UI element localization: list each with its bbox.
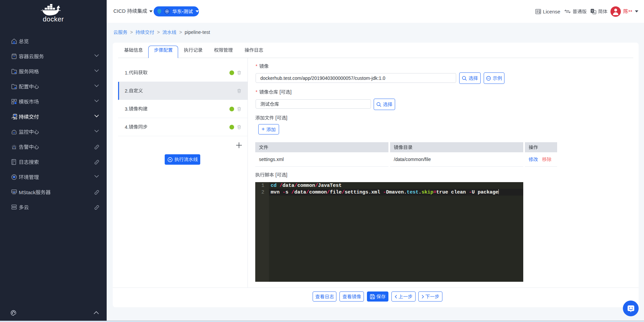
svg-text:En: En	[594, 11, 596, 13]
